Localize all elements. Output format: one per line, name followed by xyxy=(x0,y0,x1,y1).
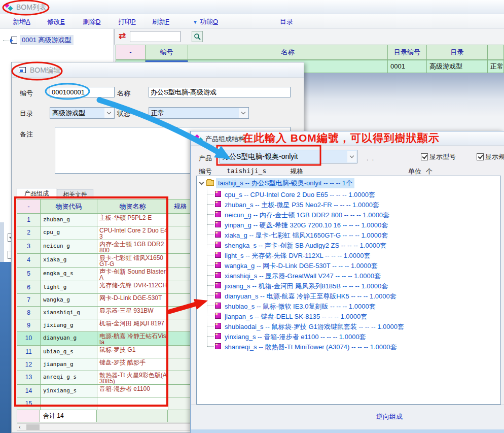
toolbar-button-refresh[interactable]: 刷新F xyxy=(152,17,169,26)
tree-connector xyxy=(207,245,214,245)
grid-cell-6-2: 光存储-先锋 DVR-112CH xyxy=(97,281,168,294)
tree-connector xyxy=(207,295,214,296)
swap-icon[interactable]: ⇄ xyxy=(119,30,126,41)
show-model-label: 显示型号 xyxy=(429,152,456,161)
tree-item-label: light_s -- 光存储-先锋 DVR-112XL -- -- -- 1.0… xyxy=(225,251,371,260)
tree-connector xyxy=(207,336,214,337)
tree-item-label: shubiao_s -- 鼠标-微软 IE3.0复刻版 -- -- -- 1.0… xyxy=(225,302,376,311)
tree-item-yinpan_g[interactable]: yinpan_g -- 硬盘-希捷 320G 7200.10 16 -- -- … xyxy=(197,220,496,230)
grid-row-13[interactable]: 13anreqi_g_s散热器-Tt 火星9彩色版(A3085) xyxy=(17,371,193,385)
name-field[interactable] xyxy=(149,87,291,97)
tree-item-light_s[interactable]: light_s -- 光存储-先锋 DVR-112XL -- -- -- 1.0… xyxy=(197,250,496,260)
part-icon xyxy=(215,201,221,207)
desktop: BOM列表 新增A修改E删除D打印P刷新F▼功能O目录 ⇄ 0001 高级游戏型… xyxy=(0,0,504,433)
tree-connector xyxy=(207,306,214,306)
grid-row-9[interactable]: 9jixiang_g机箱-金河田 飓风II 8197 xyxy=(17,319,193,332)
search-button[interactable] xyxy=(192,31,203,42)
code-field[interactable] xyxy=(50,87,115,97)
category-select[interactable]: 高级游戏型 xyxy=(50,107,115,119)
chevron-expanded-icon[interactable] xyxy=(199,180,204,185)
tab-product-composition[interactable]: 产品组成 xyxy=(17,188,56,199)
tree-item-dianyuan_s[interactable]: dianyuan_s -- 电源-航嘉 冷静王至尊版HK5 -- -- -- 1… xyxy=(197,291,496,301)
grid-row-6[interactable]: 6light_g光存储-先锋 DVR-112CH xyxy=(17,281,193,294)
bom-edit-window-icon xyxy=(19,67,26,73)
product-select[interactable]: 办公S型电脑-银奥-onlyit xyxy=(220,150,357,163)
tree-connector xyxy=(3,40,10,41)
toolbar-button-function[interactable]: ▼功能O xyxy=(193,17,218,26)
tree-item-zhuban_s[interactable]: zhuban_s -- 主板-微星 P35 Neo2-FR -- -- -- 1… xyxy=(197,199,496,210)
toolbar-button-directory[interactable]: 目录 xyxy=(280,17,293,26)
grid-row-8[interactable]: 8xianshiqi_g显示器-三星 931BW xyxy=(17,307,193,319)
grid-header-name: 物资名称 xyxy=(97,199,168,214)
search-input[interactable] xyxy=(130,31,181,42)
composition-tree: taishiji_s -- 办公S型电脑-银奥-onlyit -- -- -- … xyxy=(196,176,501,405)
grid-cell-11-2: 鼠标-罗技 G1 xyxy=(97,346,168,358)
tree-item-jixiang_s[interactable]: jixiang_s -- 机箱-金河田 飓风系列8185B -- -- -- 1… xyxy=(197,281,496,291)
structure-title: 产品组成结构 xyxy=(205,135,245,144)
part-icon xyxy=(215,221,221,227)
part-icon xyxy=(215,282,221,288)
toolbar-button-edit[interactable]: 修改E xyxy=(47,17,65,26)
tree-item-shubiao_s[interactable]: shubiao_s -- 鼠标-微软 IE3.0复刻版 -- -- -- 1.0… xyxy=(197,301,496,311)
structure-bottom-bar: 逆向组成 xyxy=(191,405,504,429)
grid-header-index: - xyxy=(17,199,41,214)
grid-row-15[interactable]: 15 xyxy=(17,397,193,410)
status-select[interactable]: 正常 xyxy=(149,107,249,119)
tree-item-jianpan_s[interactable]: jianpan_s -- 键盘-DELL SK-8135 -- -- -- 1.… xyxy=(197,311,496,321)
tree-item-neicun_g[interactable]: neicun_g -- 内存-金士顿 1GB DDR2 800 -- -- --… xyxy=(197,210,496,220)
category-tree-node[interactable]: 0001 高级游戏型 xyxy=(3,35,74,45)
show-spec-checkbox[interactable]: 显示规格 xyxy=(477,152,504,161)
grid-row-11[interactable]: 11ubiao_g_s鼠标-罗技 G1 xyxy=(17,346,193,358)
grid-row-7[interactable]: 7wangka_g网卡-D-Link DGE-530T xyxy=(17,294,193,307)
grid-header-code: 物资代码 xyxy=(41,199,97,214)
scroll-left-arrow[interactable]: ‹ xyxy=(19,424,21,430)
grid-cell-7-2: 网卡-D-Link DGE-530T xyxy=(97,294,168,307)
tree-item-yinxiang_s[interactable]: yinxiang_s -- 音箱-漫步者 e1100 -- -- -- 1.00… xyxy=(197,331,496,342)
grid-row-10[interactable]: 10dianyuan_g电源-航嘉 冷静王钻石Vista xyxy=(17,332,193,346)
scrollbar-thumb[interactable] xyxy=(26,424,40,430)
part-icon xyxy=(215,211,221,217)
part-icon xyxy=(215,272,221,278)
structure-code-label: 编号 xyxy=(199,167,212,176)
grid-row-4[interactable]: 4xiaka_g显卡-七彩虹 镭风X1650GT-G xyxy=(17,254,193,268)
tree-item-xiaka_g[interactable]: xiaka_g -- 显卡-七彩虹 镭风X1650GT-G -- -- -- 1… xyxy=(197,230,496,240)
grid-row-14[interactable]: 14yinxiang_s音箱-漫步者 e1100 xyxy=(17,385,193,397)
grid-row-1[interactable]: 1zhuban_g主板-华硕 P5PL2-E xyxy=(17,214,193,226)
grid-row-5[interactable]: 5engka_g_s声卡-创新 Sound Blaster A xyxy=(17,268,193,281)
status-value: 正常 xyxy=(151,109,164,117)
structure-unit-value: 个 xyxy=(426,167,433,176)
grid-total-row: 合计 14 xyxy=(17,410,192,422)
grid-cell-2-1: cpu_g xyxy=(41,226,97,240)
part-icon xyxy=(215,262,221,268)
toolbar-button-print[interactable]: 打印P xyxy=(118,17,136,26)
grid-cell-14-2: 音箱-漫步者 e1100 xyxy=(97,385,168,397)
tree-item-wangka_g[interactable]: wangka_g -- 网卡-D-Link DGE-530T -- -- -- … xyxy=(197,260,496,271)
tree-root-node[interactable]: taishiji_s -- 办公S型电脑-银奥-onlyit -- -- -- … xyxy=(200,178,354,188)
grid-row-3[interactable]: 3neicun_g内存-金士顿 1GB DDR2 800 xyxy=(17,240,193,254)
grid-cell-9-1: jixiang_g xyxy=(41,319,97,332)
toolbar-button-delete[interactable]: 删除D xyxy=(83,17,100,26)
tree-item-shubiaodai_s[interactable]: shubiaodai_s -- 鼠标袋-罗技 G1游戏键鼠套装 -- -- --… xyxy=(197,321,496,331)
grid-total-spacer xyxy=(17,410,40,422)
grid-row-12[interactable]: 12jianpan_g键盘-罗技 酷影手 xyxy=(17,358,193,371)
tree-connector xyxy=(207,326,214,326)
part-icon xyxy=(215,231,221,238)
grid-cell-4-2: 显卡-七彩虹 镭风X1650GT-G xyxy=(97,254,168,268)
grid-total-cell xyxy=(97,410,168,422)
grid-cell-9-0: 9 xyxy=(17,319,41,332)
toolbar-button-new[interactable]: 新增A xyxy=(13,17,30,26)
tree-item-label: yinpan_g -- 硬盘-希捷 320G 7200.10 16 -- -- … xyxy=(225,221,388,230)
show-model-checkbox[interactable]: 显示型号 xyxy=(421,152,456,161)
grid-horizontal-scrollbar[interactable]: ‹ xyxy=(17,423,192,431)
grid-cell-5-2: 声卡-创新 Sound Blaster A xyxy=(97,268,168,281)
tree-item-xianshiqi_s[interactable]: xianshiqi_s -- 显示器-GreatWall V247 -- -- … xyxy=(197,271,496,281)
part-icon xyxy=(215,323,221,329)
reverse-composition-link[interactable]: 逆向组成 xyxy=(376,412,403,421)
note-label: 备注 xyxy=(20,130,33,139)
tree-item-cpu_s[interactable]: cpu_s -- CPU-Intel Core 2 Duo E65 -- -- … xyxy=(197,189,496,199)
tree-item-label: neicun_g -- 内存-金士顿 1GB DDR2 800 -- -- --… xyxy=(225,211,389,220)
tab-related-files[interactable]: 相关文件 xyxy=(57,189,93,199)
grid-row-2[interactable]: 2cpu_gCPU-Intel Core 2 Duo E43 xyxy=(17,226,193,240)
tree-item-shengka_s[interactable]: shengka_s -- 声卡-创新 SB Audigy2 ZS -- -- -… xyxy=(197,240,496,250)
tree-item-shanreqi_s[interactable]: shanreqi_s -- 散热器-Tt MiniTower (A3074) -… xyxy=(197,342,496,352)
